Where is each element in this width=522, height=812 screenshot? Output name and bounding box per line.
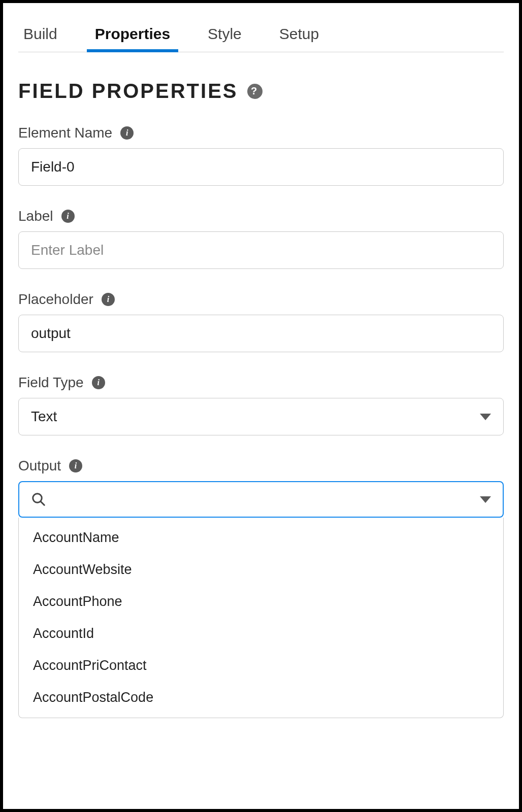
info-icon[interactable]: i: [69, 459, 82, 472]
tab-properties[interactable]: Properties: [90, 18, 175, 52]
section-title: FIELD PROPERTIES: [18, 80, 238, 103]
field-group-label: Label i: [18, 208, 504, 269]
output-option[interactable]: AccountPriContact: [19, 650, 503, 682]
field-group-placeholder: Placeholder i: [18, 291, 504, 352]
element-name-label: Element Name: [18, 125, 112, 141]
search-icon: [31, 492, 46, 507]
output-option[interactable]: AccountPostalCode: [19, 682, 503, 714]
output-option[interactable]: AccountName: [19, 522, 503, 554]
field-type-select[interactable]: Text: [18, 398, 504, 435]
label-label: Label: [18, 208, 53, 224]
output-dropdown: AccountName AccountWebsite AccountPhone …: [18, 518, 504, 718]
output-option[interactable]: AccountPhone: [19, 586, 503, 618]
info-icon[interactable]: i: [61, 210, 75, 223]
tab-style[interactable]: Style: [203, 18, 247, 52]
label-input[interactable]: [18, 231, 504, 269]
tab-setup[interactable]: Setup: [274, 18, 324, 52]
output-combobox[interactable]: [18, 481, 504, 518]
element-name-input[interactable]: [18, 148, 504, 186]
field-type-value: Text: [31, 409, 57, 425]
tab-build[interactable]: Build: [18, 18, 62, 52]
output-label: Output: [18, 458, 61, 474]
info-icon[interactable]: i: [102, 293, 115, 306]
placeholder-input[interactable]: [18, 315, 504, 352]
field-type-label: Field Type: [18, 375, 84, 391]
output-option[interactable]: AccountWebsite: [19, 554, 503, 586]
section-title-row: FIELD PROPERTIES ?: [18, 80, 504, 103]
help-icon[interactable]: ?: [247, 84, 263, 99]
field-group-field-type: Field Type i Text: [18, 375, 504, 435]
field-group-element-name: Element Name i: [18, 125, 504, 186]
output-option[interactable]: AccountId: [19, 618, 503, 650]
tab-bar: Build Properties Style Setup: [18, 18, 504, 52]
chevron-down-icon: [480, 414, 491, 420]
info-icon[interactable]: i: [120, 126, 134, 140]
svg-line-1: [41, 501, 45, 505]
placeholder-label: Placeholder: [18, 291, 93, 308]
info-icon[interactable]: i: [92, 376, 105, 389]
field-group-output: Output i AccountName AccountWebsite Acco…: [18, 458, 504, 718]
chevron-down-icon: [480, 496, 491, 503]
